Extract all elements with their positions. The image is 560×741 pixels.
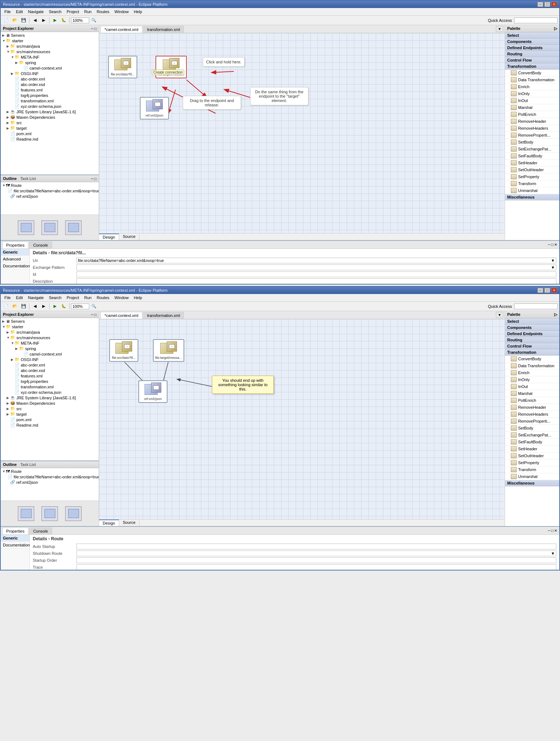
palette-enrich-1[interactable]: Enrich [505, 83, 559, 90]
quick-access-input-2[interactable] [514, 303, 558, 309]
palette-convertbody-1[interactable]: ConvertBody [505, 70, 559, 77]
outline-file-1[interactable]: 📄 file:src/data?fileName=abc-order.xml&n… [1, 188, 98, 193]
toolbar-run-2[interactable]: ▶ [51, 303, 59, 310]
source-tab-1[interactable]: Source [119, 234, 139, 240]
menu-help-2[interactable]: Help [131, 295, 144, 301]
console-tab-2[interactable]: Console [29, 528, 52, 534]
palette-removepropi-2[interactable]: RemoveProperti... [505, 418, 559, 425]
menu-search-2[interactable]: Search [47, 295, 64, 301]
palette-controlflow-header-1[interactable]: Control Flow [505, 57, 559, 63]
thumb3-2[interactable] [65, 506, 82, 521]
bottom-panel-min-2[interactable]: ─ [548, 529, 551, 533]
thumb1-1[interactable] [18, 220, 34, 235]
minimize-btn-1[interactable]: ─ [537, 2, 543, 7]
maximize-btn-1[interactable]: □ [544, 2, 550, 7]
palette-setheader-2[interactable]: SetHeader [505, 446, 559, 452]
palette-removeheaders-1[interactable]: RemoveHeaders [505, 125, 559, 132]
tree-jre-2[interactable]: ▶ ☕ JRE System Library [JavaSE-1.6] [1, 395, 98, 400]
bottom-panel-close-1[interactable]: ✕ [554, 243, 557, 247]
palette-misc-header-1[interactable]: Miscellaneous [505, 194, 559, 200]
toolbar-debug-1[interactable]: 🐛 [60, 17, 68, 24]
tree-metainf-2[interactable]: ▼ 📁 META-INF [1, 340, 98, 346]
palette-setproperty-2[interactable]: SetProperty [505, 459, 559, 466]
toolbar-zoomin-1[interactable]: 🔍 [90, 17, 98, 24]
tree-xyz-2[interactable]: 📄 xyz-order-schema.json [1, 389, 98, 395]
tree-maven-2[interactable]: ▶ 📦 Maven Dependencies [1, 400, 98, 406]
menu-search-1[interactable]: Search [47, 9, 64, 15]
node-file2-2[interactable]: → file:target/messa... [153, 339, 184, 362]
palette-select-header-1[interactable]: Select [505, 32, 559, 39]
menu-file-1[interactable]: File [2, 9, 13, 15]
toolbar-back-2[interactable]: ◀ [31, 303, 39, 310]
palette-setfault-2[interactable]: SetFaultBody [505, 439, 559, 446]
tree-readme-2[interactable]: 📄 Readme.md [1, 422, 98, 428]
tree-transform-1[interactable]: 📄 transformation.xml [1, 98, 98, 103]
menu-file-2[interactable]: File [2, 295, 13, 301]
palette-removeheaders-2[interactable]: RemoveHeaders [505, 411, 559, 418]
props-value-startup-2[interactable] [76, 557, 556, 563]
tree-abc-1[interactable]: 📄 abc-order.xml [1, 76, 98, 82]
tree-pom-1[interactable]: 📄 pom.xml [1, 131, 98, 136]
canvas-area-2[interactable]: → file:src/data?fil... → fi [99, 319, 505, 519]
menu-run-1[interactable]: Run [82, 9, 94, 15]
toolbar-open-2[interactable]: 📂 [11, 303, 19, 310]
props-value-exchange-1[interactable]: ▼ [76, 264, 556, 270]
tree-src2-2[interactable]: ▶ 📁 src [1, 406, 98, 411]
bottom-panel-max-1[interactable]: □ [551, 243, 553, 247]
palette-select-header-2[interactable]: Select [505, 318, 559, 325]
maximize-btn-2[interactable]: □ [544, 288, 550, 293]
tree-srcres-1[interactable]: ▼ 📁 src/main/resources [1, 49, 98, 54]
tree-maven-1[interactable]: ▶ 📦 Maven Dependencies [1, 114, 98, 120]
design-tab-2[interactable]: Design [99, 520, 119, 526]
tree-starter-2[interactable]: ▼ 📁 starter [1, 324, 98, 329]
palette-removepropi-1[interactable]: RemoveProperti... [505, 132, 559, 139]
menu-routes-2[interactable]: Routes [94, 295, 111, 301]
outline-route-1[interactable]: ▼ 🗺 Route [1, 183, 98, 188]
node-file1-2[interactable]: → file:src/data?fil... [109, 339, 138, 362]
palette-routing-header-1[interactable]: Routing [505, 51, 559, 57]
tree-abcxsd-1[interactable]: 📄 abc-order.xsd [1, 82, 98, 87]
tree-servers-1[interactable]: ▶ 🖥 Servers [1, 33, 98, 38]
editor-menu-btn-1[interactable]: ▼ [496, 26, 503, 32]
tree-abc-2[interactable]: 📄 abc-order.xml [1, 362, 98, 368]
tab-transform-2[interactable]: transformation.xml [143, 312, 184, 319]
properties-tab-2[interactable]: Properties [2, 528, 28, 534]
zoom-input-1[interactable] [71, 17, 89, 23]
palette-transformation-header-2[interactable]: Transformation [505, 349, 559, 356]
tree-spring-2[interactable]: ▶ 📁 spring [1, 346, 98, 351]
tab-transform-1[interactable]: transformation.xml [143, 26, 184, 33]
palette-setoheader-1[interactable]: SetOutHeader [505, 166, 559, 173]
palette-inout-1[interactable]: InOut [505, 97, 559, 104]
design-tab-1[interactable]: Design [99, 234, 119, 240]
outline-ref-1[interactable]: 🔗 ref:xml2json [1, 193, 98, 199]
thumb2-2[interactable] [42, 506, 58, 521]
palette-toggle-1[interactable]: ▷ [554, 26, 557, 31]
tree-features-2[interactable]: 📄 features.xml [1, 373, 98, 379]
menu-project-1[interactable]: Project [64, 9, 81, 15]
source-tab-2[interactable]: Source [119, 520, 139, 526]
tree-srcres-2[interactable]: ▼ 📁 src/main/resources [1, 335, 98, 340]
minimize-btn-2[interactable]: ─ [537, 288, 543, 293]
outline-max-1[interactable]: □ [94, 177, 96, 181]
zoom-input-2[interactable] [71, 303, 89, 309]
tree-src2-1[interactable]: ▶ 📁 src [1, 120, 98, 125]
toolbar-debug-2[interactable]: 🐛 [60, 303, 68, 310]
tree-osgi-1[interactable]: ▶ 📁 OSGI-INF [1, 71, 98, 76]
palette-components-header-2[interactable]: Components [505, 325, 559, 331]
props-tab-advanced-1[interactable]: Advanced [1, 256, 29, 263]
palette-misc-header-2[interactable]: Miscellaneous [505, 480, 559, 486]
bottom-panel-close-2[interactable]: ✕ [554, 529, 557, 533]
palette-inonly-1[interactable]: InOnly [505, 90, 559, 97]
palette-removeheader-1[interactable]: RemoveHeader [505, 118, 559, 125]
tree-srcjava-2[interactable]: ▶ 📁 src/main/java [1, 329, 98, 335]
palette-marshal-2[interactable]: Marshal [505, 390, 559, 397]
palette-marshal-1[interactable]: Marshal [505, 104, 559, 111]
palette-toggle-2[interactable]: ▷ [554, 312, 557, 317]
palette-setbody-1[interactable]: SetBody [505, 139, 559, 146]
palette-enrich-2[interactable]: Enrich [505, 369, 559, 376]
tree-jre-1[interactable]: ▶ ☕ JRE System Library [JavaSE-1.6] [1, 109, 98, 114]
menu-routes-1[interactable]: Routes [94, 9, 111, 15]
palette-unmarshal-2[interactable]: Unmarshal [505, 473, 559, 480]
thumb2-1[interactable] [42, 220, 58, 235]
palette-setheader-1[interactable]: SetHeader [505, 160, 559, 166]
